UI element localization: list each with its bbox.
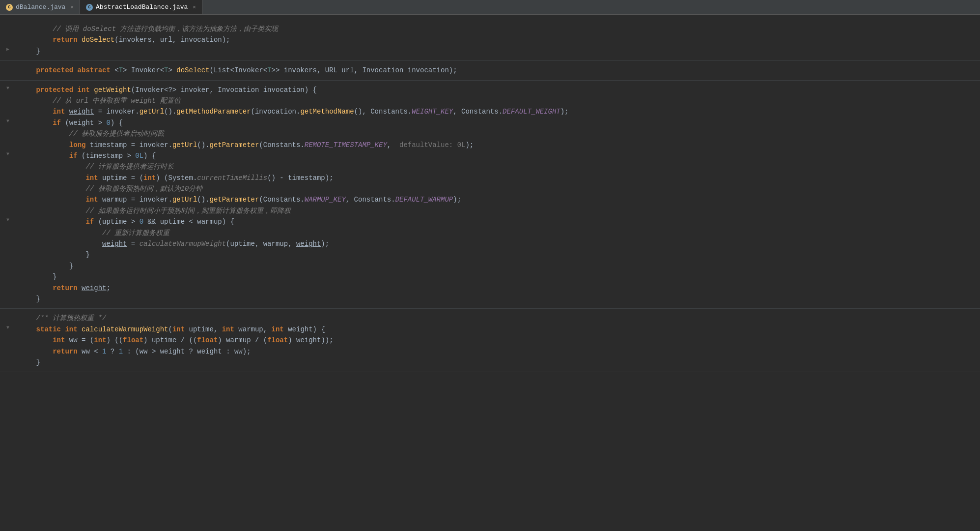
code-content-protected-getweight: protected int getWeight(Invoker<?> invok… — [20, 85, 317, 95]
code-content-int-weight: int weight = invoker.getUrl().getMethodP… — [20, 106, 569, 117]
code-area: // 调用 doSelect 方法进行负载均衡，该方法为抽象方法，由子类实现 r… — [0, 15, 980, 377]
code-content-return-weight: return weight; — [20, 283, 111, 294]
code-content-return-ww: return ww < 1 ? 1 : (ww > weight ? weigh… — [20, 346, 251, 357]
code-line-weight-calc: weight = calculateWarmupWeight(uptime, w… — [0, 238, 980, 249]
code-line-int-weight: int weight = invoker.getUrl().getMethodP… — [0, 106, 980, 117]
code-line-comment-calc-runtime: // 计算服务提供者运行时长 — [0, 161, 980, 172]
code-section-4: /** 计算预热权重 */ ▼ static int calculateWarm… — [0, 309, 980, 372]
code-line-return-ww: return ww < 1 ? 1 : (ww > weight ? weigh… — [0, 346, 980, 357]
code-content-weight-calc: weight = calculateWarmupWeight(uptime, w… — [20, 238, 329, 249]
tab-icon-dbalance: C — [6, 4, 13, 11]
code-line-static-calc: ▼ static int calculateWarmupWeight(int u… — [0, 324, 980, 335]
code-line-protected-getweight: ▼ protected int getWeight(Invoker<?> inv… — [0, 85, 980, 95]
code-content-comment-doselect: // 调用 doSelect 方法进行负载均衡，该方法为抽象方法，由子类实现 — [20, 24, 278, 34]
code-content-if-uptime-warmup: if (uptime > 0 && uptime < warmup) { — [20, 216, 234, 227]
code-line-comment-url-weight: // 从 url 中获取权重 weight 配置值 — [0, 95, 980, 106]
tab-bar: C dBalance.java × C AbstractLoadBalance.… — [0, 0, 980, 15]
code-line-return-weight: return weight; — [0, 283, 980, 294]
code-line-close-brace-1: ▶ } — [0, 46, 980, 57]
code-line-protected-abstract: protected abstract <T> Invoker<T> doSele… — [0, 65, 980, 76]
tab-label-abstractloadbalance: AbstractLoadBalance.java — [96, 3, 188, 11]
code-content-comment-calc-runtime: // 计算服务提供者运行时长 — [20, 161, 174, 172]
code-content-close-brace-static: } — [20, 357, 40, 368]
code-line-if-uptime-warmup: ▼ if (uptime > 0 && uptime < warmup) { — [0, 216, 980, 227]
code-content-close-brace-inner: } — [20, 249, 90, 260]
code-content-long-timestamp: long timestamp = invoker.getUrl().getPar… — [20, 140, 474, 150]
code-line-long-timestamp: long timestamp = invoker.getUrl().getPar… — [0, 140, 980, 150]
code-line-int-ww: int ww = (int) ((float) uptime / ((float… — [0, 335, 980, 346]
code-content-javadoc-warmup: /** 计算预热权重 */ — [20, 313, 106, 324]
tab-close-abstractloadbalance[interactable]: × — [193, 4, 196, 10]
fold-gutter-17[interactable]: ▼ — [4, 216, 12, 224]
code-section-1: // 调用 doSelect 方法进行负载均衡，该方法为抽象方法，由子类实现 r… — [0, 20, 980, 61]
code-line-if-timestamp-gt-0l: ▼ if (timestamp > 0L) { — [0, 150, 980, 161]
code-line-if-weight-gt-0: ▼ if (weight > 0) { — [0, 118, 980, 128]
fold-gutter-5[interactable]: ▼ — [4, 85, 12, 92]
code-content-static-calc: static int calculateWarmupWeight(int upt… — [20, 324, 325, 335]
code-content-close-brace-method: } — [20, 294, 40, 304]
fold-gutter-3[interactable]: ▶ — [4, 46, 12, 54]
code-line-comment-warmup-default: // 获取服务预热时间，默认为10分钟 — [0, 183, 980, 194]
tab-icon-abstractloadbalance: C — [86, 4, 93, 11]
code-line-comment-recalc: // 重新计算服务权重 — [0, 228, 980, 238]
code-content-comment-recalc-weight: // 如果服务运行时间小于预热时间，则重新计算服务权重，即降权 — [20, 206, 291, 216]
code-content-if-timestamp-gt-0l: if (timestamp > 0L) { — [20, 150, 156, 161]
code-line-int-warmup: int warmup = invoker.getUrl().getParamet… — [0, 194, 980, 205]
tab-label-dbalance: dBalance.java — [16, 3, 65, 11]
code-content-close-brace-1: } — [20, 46, 40, 57]
code-content-if-weight-gt-0: if (weight > 0) { — [20, 118, 123, 128]
code-line-close-brace-method: } — [0, 294, 980, 304]
tab-dbalance[interactable]: C dBalance.java × — [0, 0, 80, 14]
code-content-protected-abstract: protected abstract <T> Invoker<T> doSele… — [20, 65, 457, 76]
code-line-comment-doselect: // 调用 doSelect 方法进行负载均衡，该方法为抽象方法，由子类实现 — [0, 24, 980, 34]
code-section-3: ▼ protected int getWeight(Invoker<?> inv… — [0, 81, 980, 309]
code-line-javadoc-warmup: /** 计算预热权重 */ — [0, 313, 980, 324]
tab-close-dbalance[interactable]: × — [70, 4, 74, 10]
code-content-int-warmup: int warmup = invoker.getUrl().getParamet… — [20, 194, 461, 205]
code-line-return-doselect: return doSelect(invokers, url, invocatio… — [0, 34, 980, 45]
code-content-int-uptime: int uptime = (int) (System.currentTimeMi… — [20, 173, 334, 183]
code-content-comment-recalc: // 重新计算服务权重 — [20, 228, 169, 238]
code-section-2: protected abstract <T> Invoker<T> doSele… — [0, 61, 980, 80]
code-content-int-ww: int ww = (int) ((float) uptime / ((float… — [20, 335, 334, 346]
code-line-close-brace-inner: } — [0, 249, 980, 260]
code-line-comment-recalc-weight: // 如果服务运行时间小于预热时间，则重新计算服务权重，即降权 — [0, 206, 980, 216]
code-line-close-brace-ts: } — [0, 261, 980, 271]
tab-abstractloadbalance[interactable]: C AbstractLoadBalance.java × — [80, 0, 202, 14]
code-line-int-uptime: int uptime = (int) (System.currentTimeMi… — [0, 173, 980, 183]
fold-gutter-26[interactable]: ▼ — [4, 324, 12, 332]
code-content-comment-warmup-default: // 获取服务预热时间，默认为10分钟 — [20, 183, 202, 194]
code-line-close-brace-if: } — [0, 271, 980, 282]
code-line-comment-startup-time: // 获取服务提供者启动时间戳 — [0, 128, 980, 139]
code-content-close-brace-if: } — [20, 271, 57, 282]
code-content-return-doselect: return doSelect(invokers, url, invocatio… — [20, 34, 230, 45]
fold-gutter-11[interactable]: ▼ — [4, 150, 12, 158]
code-content-comment-url-weight: // 从 url 中获取权重 weight 配置值 — [20, 95, 181, 106]
code-line-close-brace-static: } — [0, 357, 980, 368]
code-content-comment-startup-time: // 获取服务提供者启动时间戳 — [20, 128, 164, 139]
fold-gutter-8[interactable]: ▼ — [4, 118, 12, 125]
code-content-close-brace-ts: } — [20, 261, 73, 271]
